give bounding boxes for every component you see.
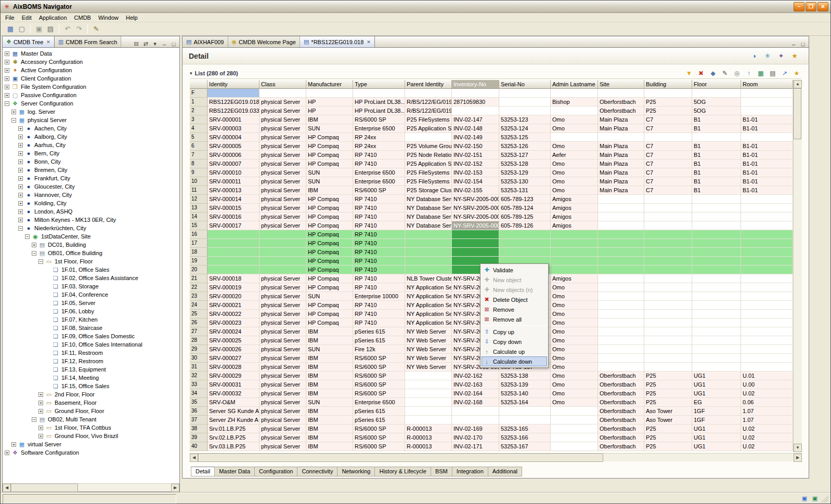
- cell-site[interactable]: [598, 257, 644, 266]
- cell-identity[interactable]: SRV-000007: [207, 160, 259, 168]
- cell-parent-identity[interactable]: NY Application Se...: [405, 319, 452, 327]
- column-header-identity[interactable]: Identity: [207, 80, 259, 89]
- menu-application[interactable]: Application: [35, 14, 71, 21]
- column-header-parent-identity[interactable]: Parent Identity: [405, 80, 452, 89]
- cell-manufacturer[interactable]: HP Compaq: [306, 266, 353, 274]
- cell-type[interactable]: RS/6000 SP: [353, 380, 405, 389]
- cell-type[interactable]: pSeries 615: [353, 416, 405, 425]
- expand-icon[interactable]: +: [18, 201, 23, 206]
- cell-room[interactable]: U.01: [741, 372, 793, 380]
- tree-item-1st-floor-tfa-cottbus[interactable]: +▭1st Floor, TFA Cottbus: [3, 423, 179, 432]
- cell-type[interactable]: RP 7410: [353, 239, 405, 248]
- cell-admin-lastname[interactable]: Aefer: [551, 151, 598, 160]
- tree-item-1f-13-equipment[interactable]: ❏1F.13, Equipment: [3, 365, 179, 374]
- cell-identity[interactable]: SRV-000015: [207, 204, 259, 213]
- row-number[interactable]: 22: [190, 283, 207, 292]
- cell-class[interactable]: [259, 248, 306, 257]
- scroll-down-icon[interactable]: ▼: [794, 444, 802, 452]
- cell-inventory-no[interactable]: [452, 239, 499, 248]
- scroll-right-icon[interactable]: ▶: [794, 454, 802, 462]
- tree-item-niederkr-chten-city[interactable]: −●Niederkrüchten, City: [3, 224, 179, 232]
- row-number[interactable]: 4: [190, 124, 207, 133]
- open-cmdb-tree-icon[interactable]: ▦: [5, 23, 16, 35]
- row-number[interactable]: 3: [190, 115, 207, 124]
- cell-site[interactable]: Main Plaza: [598, 151, 644, 160]
- cell-class[interactable]: physical Server: [259, 389, 306, 398]
- tree-item-aarhus-city[interactable]: +●Aarhus, City: [3, 141, 179, 149]
- cell-type[interactable]: RP 7410: [353, 213, 405, 221]
- cell-serial-no[interactable]: 53253-126: [499, 142, 551, 151]
- cell-room[interactable]: B1-01: [741, 160, 793, 168]
- cell-floor[interactable]: [692, 195, 741, 204]
- cell-class[interactable]: physical Server: [259, 380, 306, 389]
- cell-identity[interactable]: SRV-000004: [207, 133, 259, 142]
- cell-floor[interactable]: EG: [692, 398, 741, 407]
- cell-building[interactable]: [644, 336, 692, 345]
- cell-parent-identity[interactable]: NY Application Se...: [405, 292, 452, 301]
- cell-manufacturer[interactable]: SUN: [306, 177, 353, 186]
- cell-parent-identity[interactable]: [405, 133, 452, 142]
- cell-type[interactable]: RP 7410: [353, 274, 405, 283]
- row-number[interactable]: 23: [190, 292, 207, 301]
- chart-icon[interactable]: ▦: [756, 69, 765, 78]
- cell-parent-identity[interactable]: [405, 266, 452, 274]
- cell-room[interactable]: 1.07: [741, 407, 793, 416]
- cell-building[interactable]: [644, 301, 692, 310]
- cell-site[interactable]: Oberforstbach: [598, 398, 644, 407]
- scrollbar-track[interactable]: [198, 454, 794, 462]
- cell-admin-lastname[interactable]: [551, 239, 598, 248]
- cell-building[interactable]: [644, 345, 692, 354]
- cell-identity[interactable]: SRV-000011: [207, 177, 259, 186]
- cell-site[interactable]: Oberforstbach: [598, 380, 644, 389]
- view-menu-icon[interactable]: ▾: [150, 41, 160, 47]
- cell-site[interactable]: [598, 327, 644, 336]
- cell-building[interactable]: [644, 310, 692, 319]
- cell-class[interactable]: physical Server: [259, 124, 306, 133]
- cell-class[interactable]: physical Server: [259, 142, 306, 151]
- cell-type[interactable]: pSeries 615: [353, 336, 405, 345]
- context-menu-item-validate[interactable]: ✚Validate: [482, 265, 547, 275]
- favorites-menu-icon[interactable]: ★: [790, 51, 799, 61]
- row-number[interactable]: 30: [190, 354, 207, 363]
- editor-tab-cmdb-welcome-page[interactable]: ◉CMDB Welcome Page: [228, 36, 300, 47]
- cell-class[interactable]: physical Server: [259, 221, 306, 230]
- tree-item-1f-04-conference[interactable]: ❏1F.04, Conference: [3, 290, 179, 299]
- filter-cell-identity[interactable]: [207, 89, 259, 98]
- cell-parent-identity[interactable]: P25 FileSystems: [405, 168, 452, 177]
- cell-inventory-no[interactable]: INV-02-162: [452, 372, 499, 380]
- cell-identity[interactable]: SRV-000022: [207, 310, 259, 319]
- cell-class[interactable]: physical Server: [259, 115, 306, 124]
- cell-site[interactable]: [598, 230, 644, 239]
- scroll-left-icon[interactable]: ◀: [3, 484, 11, 492]
- cell-building[interactable]: P25: [644, 398, 692, 407]
- column-header-num[interactable]: [190, 80, 207, 89]
- cell-parent-identity[interactable]: P25 Storage Cluster: [405, 186, 452, 195]
- context-menu-item-remove[interactable]: ⊠Remove: [482, 304, 547, 314]
- cell-type[interactable]: RS/6000 SP: [353, 115, 405, 124]
- cell-parent-identity[interactable]: [405, 380, 452, 389]
- tree-item-accessory-configuration[interactable]: +✱Accessory Configuration: [3, 58, 179, 66]
- cell-manufacturer[interactable]: SUN: [306, 345, 353, 354]
- cell-building[interactable]: C7: [644, 142, 692, 151]
- cell-serial-no[interactable]: 605-789-126: [499, 221, 551, 230]
- expand-icon[interactable]: +: [5, 68, 9, 73]
- cell-class[interactable]: physical Server: [259, 407, 306, 416]
- cell-inventory-no[interactable]: INV-02-149: [452, 133, 499, 142]
- cell-manufacturer[interactable]: SUN: [306, 398, 353, 407]
- cell-admin-lastname[interactable]: [551, 416, 598, 425]
- cell-room[interactable]: B1-01: [741, 177, 793, 186]
- filter-cell-type[interactable]: [353, 89, 405, 98]
- cell-manufacturer[interactable]: HP Compaq: [306, 248, 353, 257]
- cell-site[interactable]: Oberforstbach: [598, 98, 644, 107]
- scrollbar-track[interactable]: [794, 88, 802, 444]
- cell-manufacturer[interactable]: IBM: [306, 416, 353, 425]
- context-menu-item-copy-down[interactable]: ⇩Copy down: [482, 337, 547, 347]
- new-window-icon[interactable]: ▢: [16, 23, 28, 35]
- row-number[interactable]: 16: [190, 230, 207, 239]
- cell-class[interactable]: physical Server: [259, 186, 306, 195]
- cell-site[interactable]: Oberforstbach: [598, 433, 644, 442]
- cell-inventory-no[interactable]: INV-02-150: [452, 142, 499, 151]
- cell-serial-no[interactable]: [499, 107, 551, 115]
- collapse-icon[interactable]: −: [11, 118, 16, 123]
- cell-building[interactable]: [644, 195, 692, 204]
